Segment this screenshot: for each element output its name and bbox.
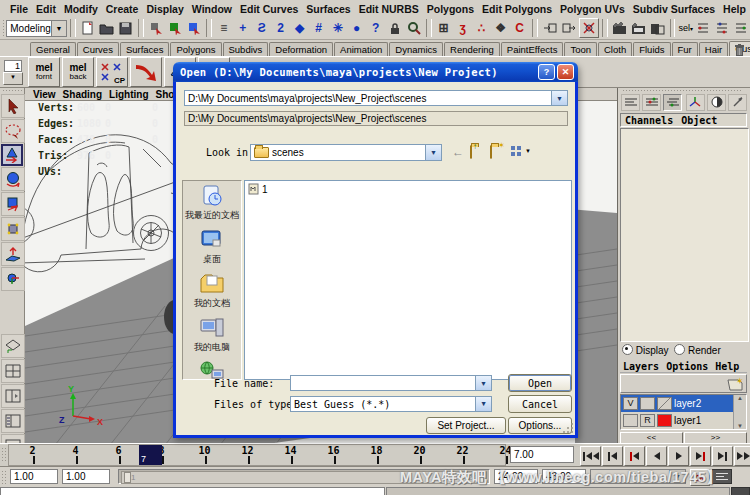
snap-to-view-plane-icon[interactable]: ◆: [291, 19, 309, 37]
layer-menu-0[interactable]: Layers: [623, 361, 666, 372]
frame-label-7[interactable]: 16: [312, 445, 355, 465]
view-menu-button[interactable]: ▼: [510, 145, 531, 157]
lasso-select-tool[interactable]: [1, 119, 25, 143]
layer-visibility-cell[interactable]: [623, 414, 638, 427]
frame-label-9[interactable]: 20: [398, 445, 441, 465]
shelf-dropdown-button[interactable]: ▼: [3, 72, 23, 85]
menu-set-selector[interactable]: Modeling ▼: [6, 20, 67, 37]
frame-label-8[interactable]: 18: [355, 445, 398, 465]
snap-to-grid-icon[interactable]: +: [234, 19, 252, 37]
render-current-frame-button[interactable]: [611, 19, 629, 37]
channel-box-menu-1[interactable]: Object: [681, 115, 725, 126]
menu-10[interactable]: Edit Polygons: [478, 3, 556, 15]
menu-3[interactable]: Create: [102, 3, 143, 15]
rotate-tool[interactable]: [1, 167, 25, 191]
layer-menu-1[interactable]: Options: [666, 361, 715, 372]
status-line-grip[interactable]: [2, 19, 5, 37]
chevron-down-icon[interactable]: ▼: [475, 376, 491, 390]
frame-label-10[interactable]: 22: [441, 445, 484, 465]
shelf-tab-4[interactable]: Subdivs: [223, 42, 269, 56]
layout-outliner-persp-button[interactable]: [1, 409, 25, 433]
new-scene-button[interactable]: [79, 19, 97, 37]
resize-grip[interactable]: [562, 422, 574, 434]
select-by-component-icon[interactable]: [185, 19, 203, 37]
render-radio[interactable]: [674, 344, 685, 355]
current-time-field[interactable]: 7.00: [510, 446, 574, 463]
chevron-down-icon[interactable]: ▼: [425, 145, 441, 160]
layer-mode-cell[interactable]: [640, 397, 655, 410]
select-tool[interactable]: [1, 94, 25, 118]
chevron-down-icon[interactable]: ▼: [475, 397, 491, 411]
file-list[interactable]: 1: [244, 180, 572, 380]
shelf-tab-1[interactable]: Curves: [77, 42, 119, 56]
soft-modification-tool[interactable]: [1, 242, 25, 266]
menu-11[interactable]: Polygon UVs: [556, 3, 629, 15]
cancel-button[interactable]: Cancel: [508, 395, 572, 413]
show-channel-box-icon[interactable]: [732, 19, 750, 37]
menu-0[interactable]: File: [6, 3, 32, 15]
sphere-snap-icon[interactable]: ●: [348, 19, 366, 37]
collapse-icons-button[interactable]: ≡: [215, 19, 233, 37]
chevron-down-icon[interactable]: ▼: [51, 21, 66, 36]
snap-grid-magnet-icon[interactable]: ⊞: [435, 19, 453, 37]
project-path-combobox[interactable]: D:\My Documents\maya\projects\New_Projec…: [184, 90, 568, 106]
dialog-title-bar[interactable]: Open (D:\My Documents\maya\projects\New_…: [173, 62, 578, 82]
menu-6[interactable]: Edit Curves: [236, 3, 302, 15]
open-button[interactable]: Open: [508, 374, 572, 392]
time-slider-grip[interactable]: [1, 447, 6, 463]
show-attribute-editor-icon[interactable]: [694, 19, 712, 37]
show-manipulator-tool[interactable]: [1, 267, 25, 291]
channel-layout-mixed-icon[interactable]: [642, 94, 661, 111]
shelf-tab-13[interactable]: Fur: [672, 42, 698, 56]
shelf-tab-11[interactable]: Cloth: [598, 42, 632, 56]
channel-layout-stacked-icon[interactable]: [663, 94, 682, 111]
snap-to-center-icon[interactable]: ✳: [329, 19, 347, 37]
step-forward-frame-button[interactable]: [690, 446, 711, 466]
layer-list-scrollbar[interactable]: ▲ ▼: [733, 395, 746, 429]
frame-label-0[interactable]: 2: [11, 445, 54, 465]
place-recent-documents[interactable]: 我最近的文档: [183, 181, 241, 225]
time-slider[interactable]: 24681012141618202224 7 7.00: [0, 443, 750, 466]
go-to-start-button[interactable]: [580, 446, 601, 466]
frame-label-4[interactable]: 10: [183, 445, 226, 465]
channel-layout-list-icon[interactable]: [621, 94, 640, 111]
channel-box-menu-0[interactable]: Channels: [625, 115, 681, 126]
shelf-tab-7[interactable]: Dynamics: [389, 42, 443, 56]
shelf-tab-9[interactable]: PaintEffects: [501, 42, 564, 56]
new-folder-button[interactable]: ✶: [490, 146, 492, 158]
range-start-handle[interactable]: [124, 472, 131, 483]
manipulator-axis-icon[interactable]: [686, 94, 705, 111]
snap-plane-magnet-icon[interactable]: ❖: [492, 19, 510, 37]
layer-row-layer2[interactable]: V layer2: [621, 395, 736, 412]
ipr-render-button[interactable]: [630, 19, 648, 37]
select-by-hierarchy-icon[interactable]: [147, 19, 165, 37]
range-slider-grip[interactable]: [1, 470, 6, 484]
select-by-object-icon[interactable]: [166, 19, 184, 37]
layout-four-view-button[interactable]: [1, 359, 25, 383]
universal-manipulator-tool[interactable]: [1, 217, 25, 241]
play-backwards-button[interactable]: [646, 446, 667, 466]
place-desktop[interactable]: 桌面: [183, 225, 241, 269]
shelf-tab-2[interactable]: Surfaces: [120, 42, 170, 56]
shelf-tab-8[interactable]: Rendering: [444, 42, 500, 56]
menu-8[interactable]: Edit NURBS: [355, 3, 423, 15]
snap-help-icon[interactable]: ?: [367, 19, 385, 37]
place-my-documents[interactable]: 我的文档: [183, 269, 241, 313]
lock-selection-icon[interactable]: [386, 19, 404, 37]
scale-tool[interactable]: [1, 192, 25, 216]
open-scene-button[interactable]: [98, 19, 116, 37]
input-connections-icon[interactable]: [541, 19, 559, 37]
scroll-down-icon[interactable]: ▼: [734, 423, 746, 429]
dialog-help-button[interactable]: ?: [538, 64, 555, 80]
shelf-tab-5[interactable]: Deformation: [269, 42, 333, 56]
chevron-down-icon[interactable]: ▼: [551, 91, 567, 105]
layer-row-layer1[interactable]: R layer1: [621, 412, 736, 429]
step-forward-key-button[interactable]: [712, 446, 733, 466]
menu-7[interactable]: Surfaces: [302, 3, 354, 15]
save-scene-button[interactable]: [117, 19, 135, 37]
place-network[interactable]: 网上邻居: [183, 357, 241, 380]
highlight-selection-icon[interactable]: [405, 19, 423, 37]
scroll-up-icon[interactable]: ▲: [734, 395, 746, 401]
file-name-combobox[interactable]: ▼: [290, 375, 492, 391]
layout-single-persp-button[interactable]: [1, 334, 25, 358]
